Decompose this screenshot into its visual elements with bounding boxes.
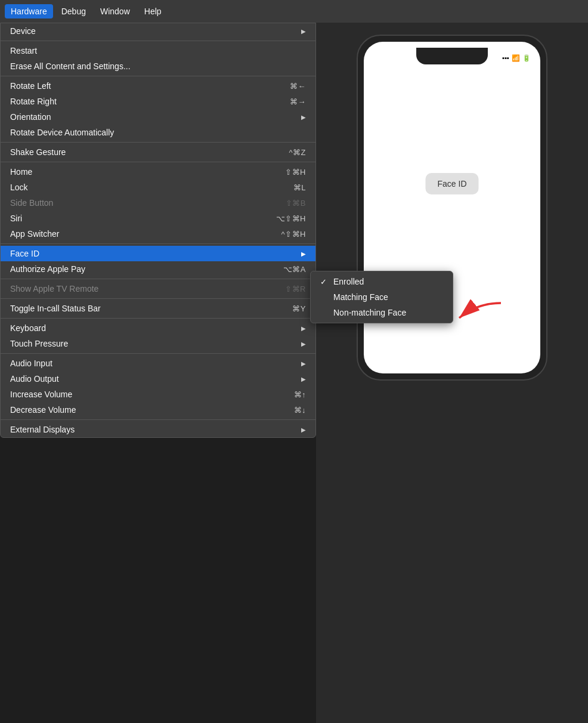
submenu-arrow-audio-output: ▶: [301, 376, 306, 382]
menu-item-erase[interactable]: Erase All Content and Settings...: [1, 58, 315, 74]
submenu-item-enrolled[interactable]: ✓ Enrolled: [311, 274, 453, 289]
submenu-arrow-touch-pressure: ▶: [301, 341, 306, 347]
submenu-arrow-keyboard: ▶: [301, 325, 306, 332]
menu-item-app-switcher[interactable]: App Switcher ^⇧⌘H: [1, 226, 315, 242]
menu-item-toggle-incall[interactable]: Toggle In-call Status Bar ⌘Y: [1, 301, 315, 316]
menu-item-increase-volume[interactable]: Increase Volume ⌘↑: [1, 387, 315, 402]
iphone-notch: [416, 48, 488, 64]
menu-item-authorize-pay[interactable]: Authorize Apple Pay ⌥⌘A: [1, 261, 315, 277]
simulator-background: ▪▪▪ 📶 🔋 Face ID: [316, 23, 588, 723]
menu-item-rotate-right[interactable]: Rotate Right ⌘→: [1, 94, 315, 109]
separator-2: [1, 76, 315, 76]
submenu-arrow-external-displays: ▶: [301, 427, 306, 433]
red-arrow-indicator: [441, 297, 513, 335]
menu-item-keyboard[interactable]: Keyboard ▶: [1, 320, 315, 336]
menu-item-face-id[interactable]: Face ID ▶: [1, 246, 315, 261]
submenu-item-non-matching-face[interactable]: Non-matching Face: [311, 305, 453, 320]
submenu-arrow-face-id: ▶: [301, 251, 306, 257]
menu-item-side-button[interactable]: Side Button ⇧⌘B: [1, 195, 315, 211]
menu-item-external-displays[interactable]: External Displays ▶: [1, 422, 315, 437]
menu-item-rotate-left[interactable]: Rotate Left ⌘←: [1, 78, 315, 94]
menu-window[interactable]: Window: [94, 4, 136, 18]
wifi-icon: ▪▪▪: [502, 54, 509, 61]
submenu-arrow-device: ▶: [301, 28, 306, 35]
menu-item-rotate-auto[interactable]: Rotate Device Automatically: [1, 125, 315, 140]
menu-item-siri[interactable]: Siri ⌥⇧⌘H: [1, 211, 315, 226]
submenu-arrow-audio-input: ▶: [301, 360, 306, 367]
separator-5: [1, 243, 315, 244]
menu-item-home[interactable]: Home ⇧⌘H: [1, 164, 315, 180]
checkmark-enrolled: ✓: [320, 277, 329, 286]
separator-3: [1, 142, 315, 143]
submenu-arrow-orientation: ▶: [301, 114, 306, 120]
menu-item-decrease-volume[interactable]: Decrease Volume ⌘↓: [1, 402, 315, 418]
separator-10: [1, 419, 315, 420]
menu-bar: Hardware Debug Window Help: [0, 0, 588, 23]
menu-debug[interactable]: Debug: [55, 4, 92, 18]
face-id-submenu: ✓ Enrolled Matching Face Non-matching Fa…: [310, 271, 453, 323]
menu-item-touch-pressure[interactable]: Touch Pressure ▶: [1, 336, 315, 351]
menu-item-device[interactable]: Device ▶: [1, 23, 315, 39]
menu-item-tv-remote[interactable]: Show Apple TV Remote ⇧⌘R: [1, 281, 315, 296]
wifi-signal-icon: 📶: [512, 54, 520, 62]
menu-item-audio-output[interactable]: Audio Output ▶: [1, 371, 315, 387]
separator-8: [1, 318, 315, 319]
separator-7: [1, 298, 315, 299]
battery-icon: 🔋: [522, 54, 531, 62]
menu-item-restart[interactable]: Restart: [1, 43, 315, 58]
menu-hardware[interactable]: Hardware: [5, 4, 53, 18]
separator-9: [1, 353, 315, 354]
menu-item-shake[interactable]: Shake Gesture ^⌘Z: [1, 144, 315, 160]
menu-item-audio-input[interactable]: Audio Input ▶: [1, 356, 315, 371]
separator-1: [1, 41, 315, 41]
separator-6: [1, 279, 315, 279]
face-id-button: Face ID: [425, 173, 478, 194]
menu-help[interactable]: Help: [138, 4, 168, 18]
menu-item-lock[interactable]: Lock ⌘L: [1, 180, 315, 195]
hardware-menu: Device ▶ Restart Erase All Content and S…: [0, 23, 316, 438]
submenu-item-matching-face[interactable]: Matching Face: [311, 289, 453, 305]
menu-item-orientation[interactable]: Orientation ▶: [1, 109, 315, 125]
separator-4: [1, 162, 315, 162]
